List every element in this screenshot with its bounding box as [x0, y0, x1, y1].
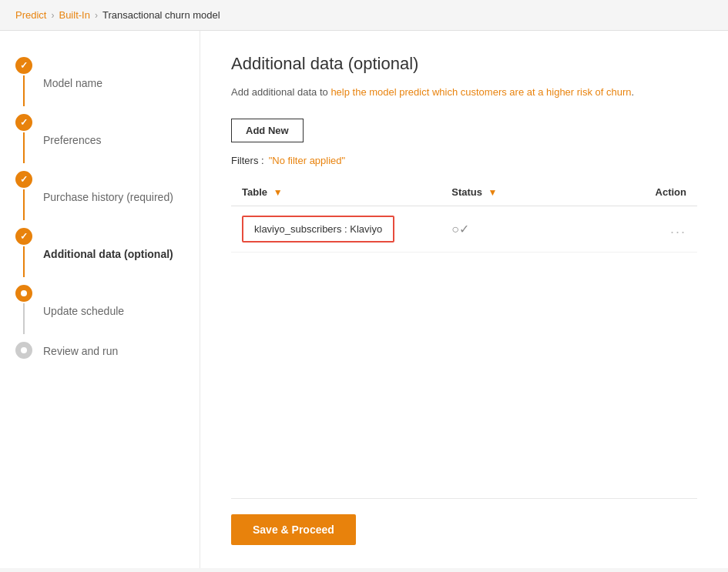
- save-proceed-button[interactable]: Save & Proceed: [231, 514, 356, 545]
- breadcrumb-builtin[interactable]: Built-In: [59, 9, 89, 21]
- step-label-model-name: Model name: [43, 75, 102, 89]
- step-icon-additional: ✓: [15, 228, 32, 245]
- table-row: klaviyo_subscribers : Klaviyo ○✓ ...: [231, 206, 697, 252]
- main-layout: ✓ Model name ✓ Preferences ✓: [0, 31, 728, 568]
- step-icon-model-name: ✓: [15, 57, 32, 74]
- col-table-label: Table: [242, 186, 267, 198]
- breadcrumb: Predict › Built-In › Transactional churn…: [0, 0, 728, 31]
- step-icon-preferences: ✓: [15, 114, 32, 131]
- checkmark-icon-3: ✓: [20, 174, 28, 185]
- step-label-additional: Additional data (optional): [43, 246, 173, 260]
- data-table: Table ▼ Status ▼ Action: [231, 179, 697, 253]
- table-body: klaviyo_subscribers : Klaviyo ○✓ ...: [231, 206, 697, 252]
- filters-row: Filters : "No filter applied": [231, 155, 697, 166]
- step-icon-purchase: ✓: [15, 171, 32, 188]
- description-after: .: [632, 86, 635, 98]
- filters-value: "No filter applied": [269, 155, 346, 166]
- breadcrumb-sep-1: ›: [51, 10, 54, 21]
- page-title: Additional data (optional): [231, 54, 697, 74]
- table-value-name: klaviyo_subscribers : Klaviyo: [254, 223, 382, 235]
- table-filter-icon[interactable]: ▼: [273, 187, 283, 198]
- step-line-3: [23, 189, 25, 220]
- table-cell-name: klaviyo_subscribers : Klaviyo: [231, 206, 441, 252]
- step-label-purchase: Purchase history (required): [43, 189, 173, 203]
- step-line-2: [23, 132, 25, 163]
- sidebar-item-additional-data[interactable]: ✓ Additional data (optional): [0, 225, 200, 282]
- col-status: Status ▼: [441, 179, 581, 206]
- checkmark-icon-2: ✓: [20, 117, 28, 128]
- table-cell-status: ○✓: [441, 206, 581, 252]
- step-connector-6: [15, 342, 32, 359]
- breadcrumb-predict[interactable]: Predict: [15, 9, 46, 21]
- description-before: Add additional data to: [231, 86, 330, 98]
- description-highlight: help the model predict which customers a…: [330, 86, 631, 98]
- step-label-review: Review and run: [43, 343, 118, 357]
- step-line-4: [23, 246, 25, 277]
- status-filter-icon[interactable]: ▼: [488, 187, 498, 198]
- dot-icon: [21, 290, 27, 296]
- checkmark-icon-4: ✓: [20, 231, 28, 242]
- step-connector-4: ✓: [15, 228, 32, 279]
- table-header-row: Table ▼ Status ▼ Action: [231, 179, 697, 206]
- page-description: Add additional data to help the model pr…: [231, 85, 697, 100]
- sidebar-item-model-name[interactable]: ✓ Model name: [0, 54, 200, 111]
- sidebar-item-preferences[interactable]: ✓ Preferences: [0, 111, 200, 168]
- dot-icon-2: [21, 347, 27, 353]
- action-dots-icon[interactable]: ...: [670, 221, 686, 236]
- step-line-1: [23, 75, 25, 106]
- step-icon-update: [15, 285, 32, 302]
- filters-label: Filters :: [231, 155, 264, 166]
- step-label-preferences: Preferences: [43, 132, 101, 146]
- breadcrumb-sep-2: ›: [95, 10, 98, 21]
- sidebar: ✓ Model name ✓ Preferences ✓: [0, 31, 200, 568]
- table-cell-action: ...: [581, 206, 697, 252]
- status-check-icon: ○✓: [451, 222, 469, 236]
- step-connector-2: ✓: [15, 114, 32, 165]
- sidebar-item-update-schedule[interactable]: Update schedule: [0, 282, 200, 339]
- step-label-update: Update schedule: [43, 303, 124, 317]
- sidebar-item-purchase-history[interactable]: ✓ Purchase history (required): [0, 168, 200, 225]
- step-icon-review: [15, 342, 32, 359]
- checkmark-icon: ✓: [20, 60, 28, 71]
- step-line-5: [23, 303, 25, 334]
- col-table: Table ▼: [231, 179, 441, 206]
- col-action: Action: [581, 179, 697, 206]
- sidebar-item-review-run[interactable]: Review and run: [0, 339, 200, 362]
- content-body: Additional data (optional) Add additiona…: [231, 54, 697, 483]
- step-connector-5: [15, 285, 32, 336]
- content-area: Additional data (optional) Add additiona…: [200, 31, 728, 568]
- step-connector-1: ✓: [15, 57, 32, 108]
- table-header: Table ▼ Status ▼ Action: [231, 179, 697, 206]
- col-status-label: Status: [451, 186, 482, 198]
- step-connector-3: ✓: [15, 171, 32, 222]
- breadcrumb-current: Transactional churn model: [102, 9, 220, 21]
- col-action-label: Action: [656, 186, 686, 198]
- add-new-button[interactable]: Add New: [231, 119, 304, 142]
- content-footer: Save & Proceed: [231, 498, 697, 545]
